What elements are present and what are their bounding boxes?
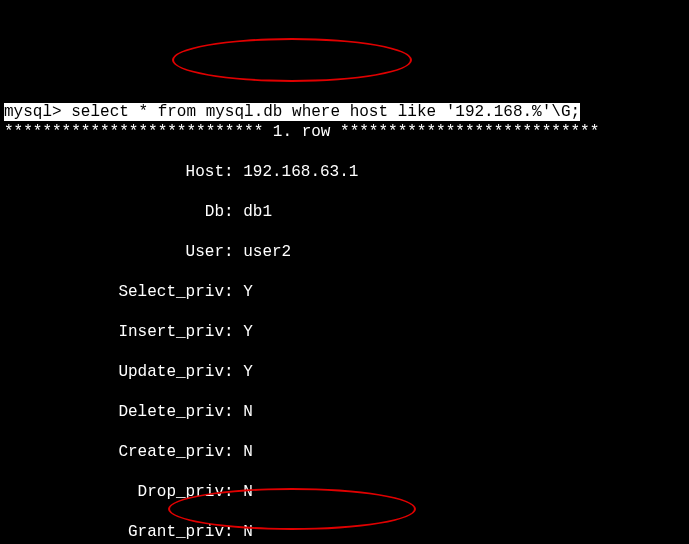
field-value: N (243, 482, 253, 502)
field-value: Y (243, 322, 253, 342)
field-user: User: user2 (4, 242, 685, 262)
field-db: Db: db1 (4, 202, 685, 222)
field-label: Create_priv (4, 442, 224, 462)
field-label: User (4, 242, 224, 262)
field-label: Update_priv (4, 362, 224, 382)
field-label: Select_priv (4, 282, 224, 302)
field-drop-priv: Drop_priv: N (4, 482, 685, 502)
command-line[interactable]: mysql> select * from mysql.db where host… (4, 103, 580, 121)
field-value: db1 (243, 202, 272, 222)
field-value: N (243, 402, 253, 422)
field-label: Drop_priv (4, 482, 224, 502)
field-label: Host (4, 162, 224, 182)
field-select-priv: Select_priv: Y (4, 282, 685, 302)
field-value: N (243, 522, 253, 542)
field-label: Db (4, 202, 224, 222)
highlight-oval-row1 (172, 38, 412, 82)
field-label: Delete_priv (4, 402, 224, 422)
field-insert-priv: Insert_priv: Y (4, 322, 685, 342)
field-value: 192.168.63.1 (243, 162, 358, 182)
field-value: N (243, 442, 253, 462)
field-update-priv: Update_priv: Y (4, 362, 685, 382)
field-value: Y (243, 282, 253, 302)
field-value: Y (243, 362, 253, 382)
field-label: Grant_priv (4, 522, 224, 542)
mysql-prompt: mysql> (4, 103, 62, 121)
terminal-output: mysql> select * from mysql.db where host… (0, 80, 689, 544)
field-grant-priv: Grant_priv: N (4, 522, 685, 542)
field-label: Insert_priv (4, 322, 224, 342)
row-1-header: *************************** 1. row *****… (4, 122, 685, 142)
field-host: Host: 192.168.63.1 (4, 162, 685, 182)
sql-command: select * from mysql.db where host like '… (71, 103, 580, 121)
field-delete-priv: Delete_priv: N (4, 402, 685, 422)
field-value: user2 (243, 242, 291, 262)
field-create-priv: Create_priv: N (4, 442, 685, 462)
